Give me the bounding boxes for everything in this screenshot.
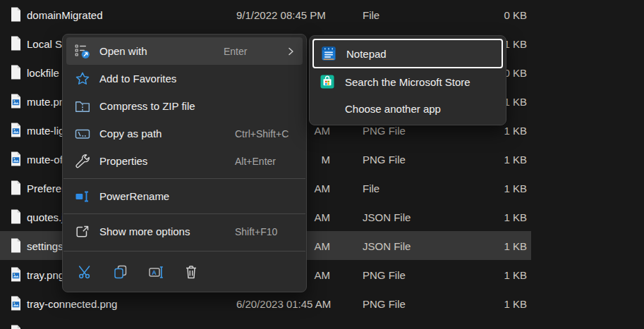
file-name: tray.png <box>27 268 64 280</box>
star-icon <box>75 71 90 87</box>
menu-separator <box>63 251 305 252</box>
file-icon <box>10 325 22 329</box>
file-name: Local St <box>27 37 65 49</box>
copy-icon <box>113 264 128 280</box>
menu-item-label: Copy as path <box>99 128 162 139</box>
file-size: 1 KB <box>504 240 527 252</box>
image-file-icon <box>10 296 22 311</box>
cut-icon <box>78 264 93 280</box>
file-icon <box>10 209 22 224</box>
submenu-item-choose-another-app[interactable]: Choose another app <box>312 95 503 122</box>
cut-button[interactable] <box>73 260 98 284</box>
svg-text:A: A <box>152 269 157 276</box>
menu-item-properties[interactable]: PropertiesAlt+Enter <box>66 147 303 175</box>
file-date-modified: M <box>322 153 331 165</box>
file-size: 0 KB <box>504 66 527 78</box>
rename-icon: A <box>148 264 164 280</box>
file-row[interactable] <box>0 318 531 329</box>
context-menu: Open withEnterAdd to FavoritesCompress t… <box>62 34 307 292</box>
menu-item-label: PowerRename <box>99 190 169 202</box>
file-type: PNG File <box>363 268 406 280</box>
file-row[interactable]: domainMigrated9/1/2022 08:45 PMFile0 KB <box>0 0 531 29</box>
file-row[interactable]: tray-connected.png6/20/2023 01:45 AMPNG … <box>0 289 531 318</box>
menu-item-add-to-favorites[interactable]: Add to Favorites <box>66 65 303 92</box>
menu-item-label: Show more options <box>99 225 190 237</box>
file-size: 0 KB <box>504 8 527 20</box>
file-size: 1 KB <box>504 95 527 107</box>
menu-item-label: Add to Favorites <box>99 73 176 85</box>
microsoft-store-icon <box>319 73 336 90</box>
submenu-item-label: Search the Microsoft Store <box>345 76 470 88</box>
delete-icon <box>183 264 199 280</box>
file-date-modified: AM <box>315 268 331 280</box>
menu-separator <box>63 213 305 214</box>
file-name: domainMigrated <box>27 8 103 20</box>
menu-item-shortcut: Shift+F10 <box>235 226 296 237</box>
menu-item-shortcut: Enter <box>224 46 284 57</box>
file-icon <box>10 36 22 51</box>
image-file-icon <box>10 123 22 137</box>
powerrename-icon <box>75 189 90 204</box>
file-date-modified: 9/1/2022 08:45 PM <box>236 8 326 20</box>
file-size: 1 KB <box>504 297 527 309</box>
delete-button[interactable] <box>178 260 204 284</box>
file-type: PNG File <box>363 124 406 136</box>
open-with-icon <box>75 44 90 59</box>
file-type: PNG File <box>363 153 406 165</box>
file-name: settings <box>27 240 63 252</box>
file-icon <box>10 7 22 22</box>
copy-path-icon <box>75 126 90 142</box>
menu-item-open-with[interactable]: Open withEnter <box>66 37 303 65</box>
rename-button[interactable]: A <box>143 260 169 284</box>
chevron-right-icon <box>286 46 296 56</box>
file-size: 1 KB <box>504 268 527 280</box>
file-name: mute-of <box>27 153 63 165</box>
file-size: 1 KB <box>504 211 527 223</box>
file-explorer-window: domainMigrated9/1/2022 08:45 PMFile0 KBL… <box>0 0 644 329</box>
file-name: lockfile <box>27 66 59 78</box>
submenu-item-label: Choose another app <box>345 103 441 115</box>
file-date-modified: AM <box>315 124 331 136</box>
menu-item-copy-as-path[interactable]: Copy as pathCtrl+Shift+C <box>66 120 303 147</box>
menu-item-show-more-options[interactable]: Show more optionsShift+F10 <box>66 218 303 245</box>
file-type: JSON File <box>363 240 411 252</box>
file-size: 1 KB <box>504 153 527 165</box>
file-size: 1 KB <box>504 182 527 194</box>
zip-folder-icon <box>75 99 90 114</box>
file-icon <box>10 180 22 195</box>
show-more-icon <box>75 224 90 240</box>
file-name: mute-lig <box>27 124 64 136</box>
submenu-item-search-microsoft-store[interactable]: Search the Microsoft Store <box>312 68 503 95</box>
menu-item-label: Properties <box>99 155 147 167</box>
file-name: tray-connected.png <box>27 297 117 309</box>
file-size: 1 KB <box>504 124 527 136</box>
image-file-icon <box>10 94 22 108</box>
menu-item-label: Compress to ZIP file <box>99 100 195 112</box>
file-type: PNG File <box>363 297 406 309</box>
image-file-icon <box>10 267 22 282</box>
menu-separator <box>63 178 305 179</box>
file-date-modified: AM <box>315 240 331 252</box>
submenu-item-notepad[interactable]: Notepad <box>312 39 503 68</box>
menu-item-powerrename[interactable]: PowerRename <box>66 182 303 210</box>
file-date-modified: AM <box>315 182 331 194</box>
submenu-item-label: Notepad <box>346 48 387 60</box>
quick-actions-row: A <box>63 256 306 287</box>
image-file-icon <box>10 151 22 166</box>
file-type: File <box>363 8 379 20</box>
file-name: mute.pn <box>27 95 65 107</box>
notepad-icon <box>320 45 337 62</box>
wrench-icon <box>75 154 90 169</box>
icon-placeholder <box>319 108 336 109</box>
file-date-modified: AM <box>315 211 331 223</box>
file-type: File <box>363 182 379 194</box>
file-name: Preferen <box>27 182 68 194</box>
menu-item-shortcut: Alt+Enter <box>235 156 296 167</box>
menu-item-label: Open with <box>99 45 147 57</box>
copy-button[interactable] <box>108 260 133 284</box>
file-type: JSON File <box>363 211 411 223</box>
menu-item-shortcut: Ctrl+Shift+C <box>235 128 296 139</box>
file-size: 1 KB <box>504 37 527 49</box>
menu-item-compress-to-zip[interactable]: Compress to ZIP file <box>66 92 303 120</box>
file-icon <box>10 65 22 80</box>
